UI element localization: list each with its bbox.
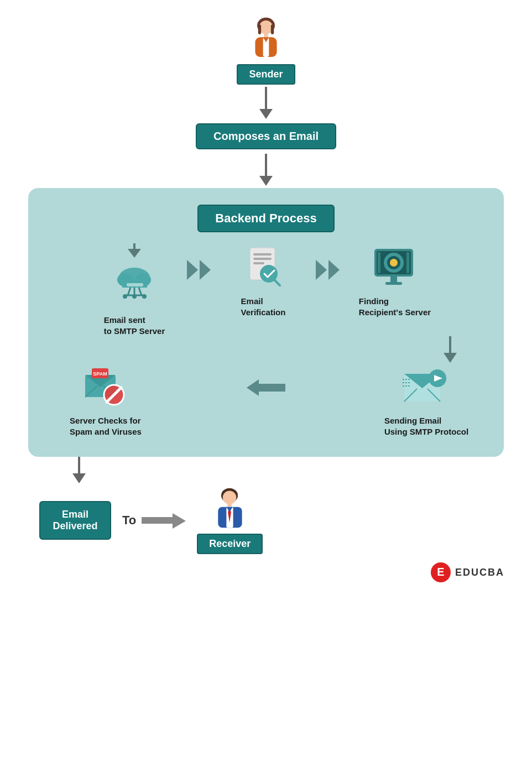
verification-label: EmailVerification	[241, 296, 286, 317]
svg-rect-2	[258, 24, 261, 34]
svg-point-17	[123, 294, 127, 299]
receiver-avatar	[209, 486, 251, 530]
spam-icon: SPAM	[81, 363, 131, 410]
educba-text: EDUCBA	[455, 567, 504, 578]
to-arrow: To	[122, 512, 186, 529]
svg-text:SPAM: SPAM	[93, 371, 107, 377]
svg-point-18	[132, 294, 137, 299]
delivered-row: EmailDelivered To	[28, 486, 504, 554]
svg-rect-34	[385, 282, 402, 285]
svg-rect-33	[390, 277, 397, 282]
svg-rect-12	[127, 283, 143, 286]
svg-rect-55	[228, 503, 232, 507]
recipient-label: FindingRecipient's Server	[359, 296, 431, 317]
svg-point-19	[142, 294, 147, 299]
sender-block: Sender	[237, 17, 295, 85]
step-spam: SPAM Server Checks forSpam and Viruses	[50, 363, 161, 437]
svg-line-13	[128, 288, 131, 295]
step-verification: EmailVerification	[211, 243, 316, 317]
step-sending: Sending EmailUsing SMTP Protocol	[371, 363, 482, 437]
delivered-label: EmailDelivered	[39, 501, 111, 540]
svg-rect-4	[264, 33, 268, 37]
steps-row-2: SPAM Server Checks forSpam and Viruses	[45, 363, 487, 440]
receiver-block: Receiver	[197, 486, 263, 554]
spam-label: Server Checks forSpam and Viruses	[70, 415, 142, 437]
svg-rect-3	[271, 24, 274, 34]
step-recipient: FindingRecipient's Server	[340, 243, 450, 317]
arrow-verify-to-recipient	[316, 260, 340, 280]
svg-point-30	[390, 259, 398, 267]
svg-point-54	[223, 491, 236, 504]
sender-avatar	[244, 17, 288, 61]
arrow-sender-to-compose	[259, 87, 273, 119]
to-label: To	[122, 513, 136, 528]
svg-rect-21	[253, 253, 272, 255]
backend-title: Backend Process	[197, 205, 334, 232]
smtp-icon	[111, 262, 158, 309]
educba-icon: E	[431, 562, 451, 582]
svg-rect-22	[253, 258, 272, 260]
sender-label: Sender	[237, 64, 295, 85]
backend-container: Backend Process	[28, 188, 504, 457]
svg-point-1	[259, 20, 273, 34]
arrow-backend-to-delivered	[28, 457, 504, 483]
arrow-smtp-to-verify	[187, 260, 211, 280]
diagram: Sender Composes an Email Backend Process	[28, 17, 504, 554]
sending-label: Sending EmailUsing SMTP Protocol	[384, 415, 468, 437]
steps-row-1: Email sentto SMTP Server	[45, 243, 487, 336]
sending-icon	[401, 363, 451, 410]
svg-rect-32	[406, 252, 409, 273]
verification-icon	[240, 243, 287, 290]
educba-logo: E EDUCBA	[431, 562, 504, 582]
step-smtp: Email sentto SMTP Server	[82, 243, 187, 336]
arrow-recipient-to-sending	[45, 336, 487, 363]
page-footer: E EDUCBA	[11, 554, 521, 582]
smtp-label: Email sentto SMTP Server	[104, 315, 165, 336]
svg-rect-31	[378, 252, 380, 273]
arrow-compose-to-backend	[259, 154, 273, 186]
svg-line-14	[139, 288, 142, 295]
receiver-label: Receiver	[197, 534, 263, 554]
arrow-sending-to-spam	[247, 379, 285, 418]
svg-rect-23	[253, 262, 264, 264]
svg-line-25	[274, 280, 280, 285]
recipient-icon	[370, 243, 420, 290]
svg-text:E: E	[437, 566, 444, 578]
compose-label: Composes an Email	[196, 123, 336, 149]
